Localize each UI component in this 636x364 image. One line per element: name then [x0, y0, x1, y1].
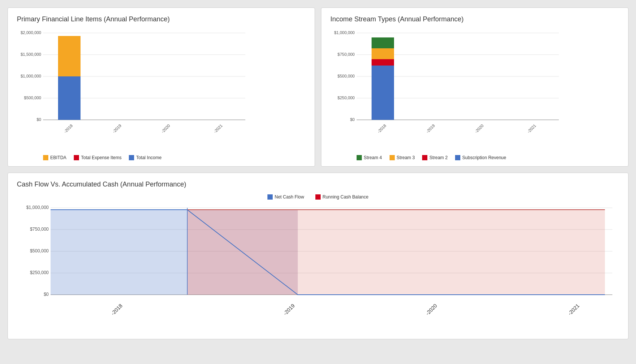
cashflow-chart-box: Cash Flow Vs. Accumulated Cash (Annual P… [7, 173, 629, 339]
svg-text:$1,000,000: $1,000,000 [26, 205, 49, 210]
svg-text:$0: $0 [350, 117, 355, 122]
svg-text:$2,000,000: $2,000,000 [21, 30, 41, 35]
legend-expense-color [74, 155, 79, 160]
legend-ebitda-label: EBITDA [50, 155, 66, 160]
legend-ebitda-color [43, 155, 48, 160]
svg-text:-2020: -2020 [160, 123, 171, 134]
total-income-bar [58, 76, 81, 120]
legend-running-cash-label: Running Cash Balance [322, 194, 369, 200]
svg-text:$250,000: $250,000 [337, 95, 355, 100]
legend-income-label: Total Income [136, 155, 161, 160]
top-row: Primary Financial Line Items (Annual Per… [7, 7, 629, 167]
income-chart-svg: $1,000,000 $750,000 $500,000 $250,000 $0… [330, 29, 563, 149]
legend-stream4-label: Stream 4 [364, 155, 382, 160]
svg-text:$500,000: $500,000 [24, 95, 41, 100]
svg-text:-2018: -2018 [376, 123, 387, 134]
ebitda-bar [58, 36, 81, 76]
svg-text:-2020: -2020 [424, 303, 438, 316]
legend-subscription-color [455, 155, 460, 160]
income-legend: Stream 4 Stream 3 Stream 2 Subscription … [357, 155, 619, 160]
svg-text:$500,000: $500,000 [30, 248, 49, 254]
legend-running-cash: Running Cash Balance [315, 194, 369, 200]
legend-expense: Total Expense Items [74, 155, 121, 160]
svg-text:-2020: -2020 [474, 123, 484, 134]
legend-stream3-color [390, 155, 395, 160]
legend-ebitda: EBITDA [43, 155, 66, 160]
legend-stream4-color [357, 155, 362, 160]
stream4-bar [372, 37, 394, 48]
svg-text:$1,500,000: $1,500,000 [21, 52, 41, 57]
cashflow-legend: Net Cash Flow Running Cash Balance [17, 194, 619, 200]
legend-income-color [129, 155, 134, 160]
svg-text:$0: $0 [37, 117, 41, 122]
charts-container: Primary Financial Line Items (Annual Per… [7, 7, 629, 339]
legend-stream2-label: Stream 2 [429, 155, 448, 160]
svg-text:$750,000: $750,000 [337, 52, 355, 57]
legend-subscription: Subscription Revenue [455, 155, 506, 160]
svg-text:$500,000: $500,000 [337, 74, 355, 78]
running-cash-area [187, 210, 605, 295]
legend-stream2-color [422, 155, 427, 160]
legend-subscription-label: Subscription Revenue [462, 155, 506, 160]
legend-stream4: Stream 4 [357, 155, 382, 160]
stream3-bar [372, 48, 394, 59]
svg-text:$1,000,000: $1,000,000 [21, 74, 41, 78]
svg-text:-2021: -2021 [567, 303, 581, 316]
svg-text:-2019: -2019 [112, 123, 122, 134]
legend-net-cashflow-label: Net Cash Flow [275, 194, 304, 200]
subscription-revenue-bar [372, 66, 394, 120]
svg-text:-2021: -2021 [526, 123, 537, 134]
svg-text:$0: $0 [44, 292, 49, 297]
primary-chart-svg: $2,000,000 $1,500,000 $1,000,000 $500,00… [17, 29, 249, 149]
income-chart-box: Income Stream Types (Annual Performance)… [321, 7, 629, 167]
legend-net-cashflow: Net Cash Flow [267, 194, 304, 200]
svg-text:$750,000: $750,000 [30, 227, 49, 232]
primary-chart-title: Primary Financial Line Items (Annual Per… [17, 15, 306, 23]
legend-stream2: Stream 2 [422, 155, 448, 160]
svg-text:-2019: -2019 [282, 303, 296, 316]
legend-running-cash-color [315, 194, 321, 200]
svg-text:-2021: -2021 [213, 123, 223, 134]
stream2-bar [372, 59, 394, 66]
cashflow-chart-title: Cash Flow Vs. Accumulated Cash (Annual P… [17, 181, 619, 188]
legend-income: Total Income [129, 155, 161, 160]
legend-stream3: Stream 3 [390, 155, 415, 160]
primary-legend: EBITDA Total Expense Items Total Income [43, 155, 306, 160]
svg-text:$1,000,000: $1,000,000 [334, 30, 355, 35]
cashflow-chart-svg: $1,000,000 $750,000 $500,000 $250,000 $0… [17, 204, 620, 331]
income-chart-title: Income Stream Types (Annual Performance) [330, 15, 619, 23]
legend-stream3-label: Stream 3 [397, 155, 415, 160]
primary-chart-box: Primary Financial Line Items (Annual Per… [7, 7, 315, 167]
legend-net-cashflow-color [267, 194, 273, 200]
svg-text:$250,000: $250,000 [30, 270, 49, 275]
svg-text:-2018: -2018 [110, 303, 124, 316]
legend-expense-label: Total Expense Items [81, 155, 121, 160]
svg-text:-2018: -2018 [63, 123, 73, 134]
svg-text:-2019: -2019 [425, 123, 436, 134]
net-cashflow-area-2018 [51, 210, 187, 295]
